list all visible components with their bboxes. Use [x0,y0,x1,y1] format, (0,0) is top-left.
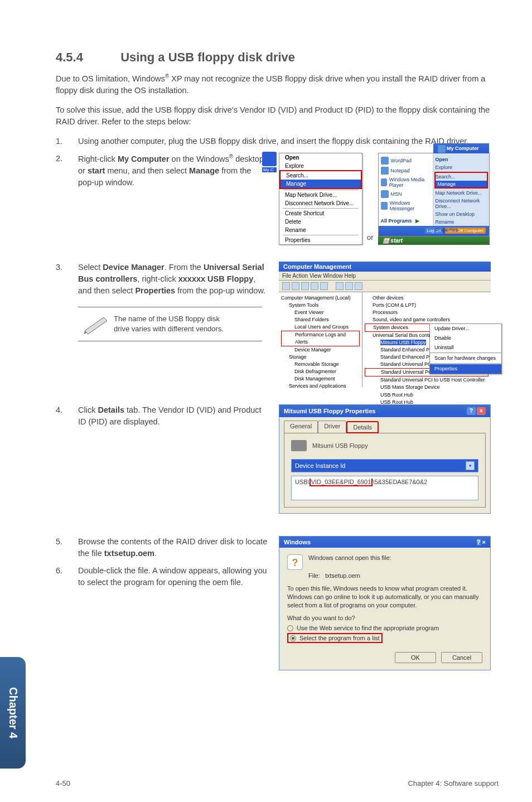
screenshot-device-manager: Computer Management File Action View Win… [279,262,491,390]
chapter-side-tab: Chapter 4 [0,657,26,769]
menu-item-search[interactable]: Search... [280,171,361,180]
device-context-menu: Update Driver... Disable Uninstall Scan … [429,323,502,374]
messenger-icon [381,202,388,210]
menu-item-rename[interactable]: Rename [279,226,362,234]
tab-details[interactable]: Details [346,421,379,433]
tab-driver[interactable]: Driver [318,421,346,433]
sm-ctx-manage[interactable]: Manage [436,181,487,187]
sm-ctx-show[interactable]: Show on Desktop [436,210,487,218]
note-box: The name of the USB floppy disk drive va… [78,307,262,341]
sm-ctx-disc[interactable]: Disconnect Network Drive... [436,197,487,210]
step-1: 1. Using another computer, plug the USB … [56,136,499,147]
menubar[interactable]: File Action View Window Help [279,272,491,281]
start-item-wmp[interactable]: Windows Media Player [381,176,431,189]
sm-ctx-search[interactable]: Search... [436,173,487,181]
file-question-icon: ? [287,554,303,570]
open-with-message: To open this file, Windows needs to know… [287,584,482,610]
usb-floppy-item[interactable]: Mitsumi USB Floppy [380,340,426,345]
menu-item-manage[interactable]: Manage [280,180,361,188]
cancel-button[interactable]: Cancel [441,652,482,663]
menu-item-delete[interactable]: Delete [279,218,362,226]
step-3: 3. Select Device Manager. From the Unive… [56,262,268,297]
ctx-disable[interactable]: Disable [430,334,501,343]
section-title: Using a USB floppy disk drive [120,50,295,64]
tb-refresh-icon[interactable] [320,282,328,290]
tb-x-icon[interactable] [355,282,362,290]
mgmt-tree[interactable]: Computer Management (Local) System Tools… [279,292,362,387]
start-item-all-programs[interactable]: All Programs ▶ [381,217,431,225]
start-item-messenger[interactable]: Windows Messenger [381,199,431,212]
menu-item-explore[interactable]: Explore [279,162,362,170]
intro-paragraph-2: To solve this issue, add the USB floppy … [56,104,499,128]
help-button[interactable]: ? [467,407,476,415]
or-label: or [367,233,374,245]
ctx-uninstall[interactable]: Uninstall [430,343,501,352]
intro-paragraph-1: Due to OS limitation, Windows® XP may no… [56,73,499,96]
page-number: 4-50 [56,779,70,787]
section-number: 4.5.4 [56,50,117,65]
page-footer: 4-50 Chapter 4: Software support [56,779,499,787]
screenshot-open-with-dialog: Windows ? × ? Windows cannot open this f… [279,536,491,671]
tb-up-icon[interactable] [301,282,309,290]
start-menu-screenshot: WordPad Notepad Windows Media Player MSN… [378,153,490,245]
menu-item-disconnect-drive[interactable]: Disconnect Network Drive... [279,199,362,207]
device-tree[interactable]: Other devices Ports (COM & LPT) Processo… [362,292,491,387]
tb-fwd-icon[interactable] [292,282,299,290]
tab-general[interactable]: General [284,421,318,433]
step-4: 4. Click Details tab. The Vendor ID (VID… [56,404,268,428]
menu-item-map-drive[interactable]: Map Network Drive... [279,191,362,199]
radio-checked-icon [290,635,296,641]
close-button[interactable]: × [477,407,486,415]
ctx-scan[interactable]: Scan for hardware changes [430,354,501,363]
radio-unchecked-icon [287,625,293,631]
windows-dialog-titlebar: Windows ? × [279,537,490,548]
section-heading: 4.5.4 Using a USB floppy disk drive [56,50,499,65]
sm-ctx-explore[interactable]: Explore [436,163,487,171]
step-5: 5. Browse the contents of the RAID drive… [56,536,268,559]
toolbar [279,281,491,292]
ctx-properties[interactable]: Properties [430,364,501,374]
note-text: The name of the USB floppy disk drive va… [114,314,224,334]
ok-button[interactable]: OK [395,652,436,663]
device-instance-combo[interactable]: Device Instance Id ▾ [291,459,478,472]
help-button[interactable]: ? [477,539,481,545]
screenshot-context-start-menu: My C Open Explore Search... Manage Map N… [279,153,499,245]
sm-ctx-open[interactable]: Open [436,156,487,163]
option-web-service[interactable]: Use the Web service to find the appropri… [287,625,482,631]
sm-ctx-rename[interactable]: Rename [436,218,487,226]
dropdown-icon[interactable]: ▾ [466,461,475,470]
floppy-device-icon [291,440,307,451]
sm-ctx-properties[interactable]: Properties [436,226,487,234]
tb-back-icon[interactable] [282,282,290,290]
step-6: 6. Double-click the file. A window appea… [56,565,268,588]
sm-ctx-map[interactable]: Map Network Drive... [436,189,487,197]
menu-item-create-shortcut[interactable]: Create Shortcut [279,209,362,218]
tb-help-icon[interactable] [336,282,344,290]
tb-prop-icon[interactable] [311,282,318,290]
screenshot-properties-dialog: Mitsumi USB Floppy Properties ? × Genera… [279,404,491,514]
start-button[interactable]: 🪟 start [378,236,490,245]
start-item-notepad[interactable]: Notepad [381,166,431,176]
pencil-icon [80,313,114,335]
wordpad-icon [381,157,389,165]
start-item-msn[interactable]: MSN [381,189,431,199]
device-id-value: USB\VID_03EE&PID_6901\5&35EDA8E7&0&2 [291,476,478,500]
msn-icon [381,190,389,198]
desktop-context-menu: Open Explore Search... Manage Map Networ… [279,153,362,245]
menu-item-open[interactable]: Open [279,153,362,162]
icon-label: My C [262,167,277,172]
computer-icon [438,145,446,153]
what-do-question: What do you want to do? [287,615,482,621]
option-select-list[interactable]: Select the program from a list [287,633,482,643]
menu-item-properties[interactable]: Properties [279,236,362,244]
tb-scan-icon[interactable] [345,282,353,290]
close-button[interactable]: × [482,539,486,545]
file-line: File: txtsetup.oem [308,572,482,579]
ctx-update-driver[interactable]: Update Driver... [430,324,501,334]
cannot-open-label: Windows cannot open this file: [308,554,391,570]
device-name-label: Mitsumi USB Floppy [312,442,368,449]
window-title: Computer Management [279,262,491,272]
tabs: General Driver Details [279,417,490,433]
start-item-wordpad[interactable]: WordPad [381,156,431,166]
my-computer-icon [262,152,277,166]
